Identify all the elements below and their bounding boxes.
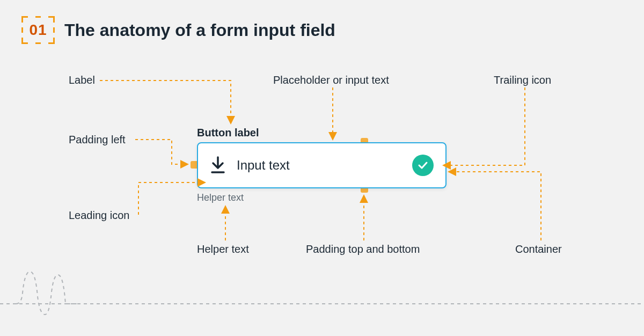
callout-leading-icon: Leading icon <box>69 209 129 222</box>
callout-trailing-icon: Trailing icon <box>494 74 551 86</box>
callout-padding-left: Padding left <box>69 134 126 146</box>
check-circle-icon <box>412 155 434 176</box>
callout-padding-tb: Padding top and bottom <box>306 243 420 255</box>
input-helper-text: Helper text <box>197 192 244 203</box>
callout-container: Container <box>515 243 562 255</box>
input-label: Button label <box>197 127 259 139</box>
callout-helper-text: Helper text <box>197 243 249 255</box>
callout-label: Label <box>69 74 95 86</box>
callout-placeholder: Placeholder or input text <box>273 74 389 86</box>
decorative-wave <box>0 255 644 320</box>
download-icon <box>210 156 226 174</box>
input-container[interactable]: Input text <box>197 142 447 188</box>
input-text: Input text <box>237 158 401 173</box>
